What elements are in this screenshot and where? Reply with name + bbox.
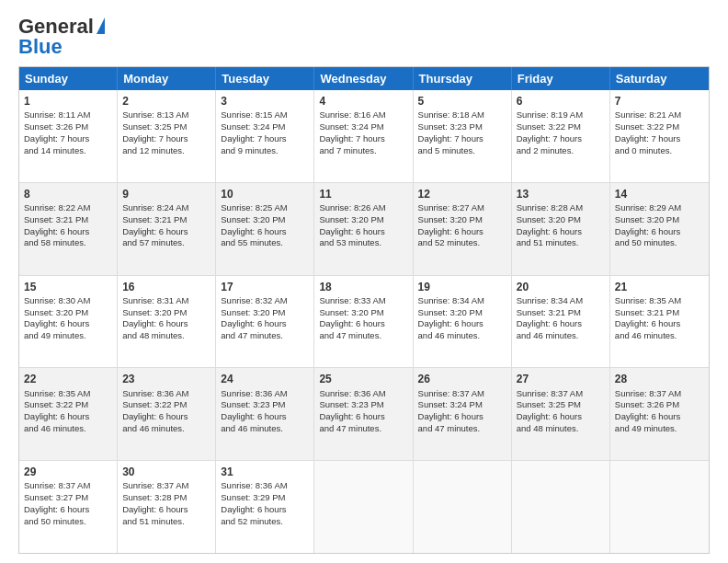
calendar-row-2: 8Sunrise: 8:22 AMSunset: 3:21 PMDaylight… (19, 183, 709, 276)
calendar-header-friday: Friday (512, 67, 610, 90)
calendar-header-tuesday: Tuesday (216, 67, 314, 90)
daylight-text: Daylight: 6 hours and 47 minutes. (319, 411, 384, 433)
calendar-cell-6: 6Sunrise: 8:19 AMSunset: 3:22 PMDaylight… (512, 90, 610, 182)
day-number: 23 (122, 372, 210, 386)
sunset-text: Sunset: 3:20 PM (221, 307, 285, 317)
calendar-header-row: SundayMondayTuesdayWednesdayThursdayFrid… (19, 67, 709, 90)
sunset-text: Sunset: 3:20 PM (319, 214, 383, 224)
calendar-cell-18: 18Sunrise: 8:33 AMSunset: 3:20 PMDayligh… (314, 276, 413, 368)
sunset-text: Sunset: 3:29 PM (221, 492, 285, 502)
day-number: 28 (615, 372, 704, 386)
day-number: 8 (24, 187, 112, 201)
sunset-text: Sunset: 3:20 PM (418, 214, 483, 224)
daylight-text: Daylight: 6 hours and 50 minutes. (615, 226, 680, 248)
sunset-text: Sunset: 3:23 PM (319, 399, 383, 409)
day-number: 29 (24, 465, 112, 479)
daylight-text: Daylight: 7 hours and 7 minutes. (319, 133, 384, 155)
sunset-text: Sunset: 3:20 PM (615, 214, 679, 224)
day-number: 18 (319, 280, 407, 294)
sunset-text: Sunset: 3:22 PM (517, 121, 581, 132)
sunset-text: Sunset: 3:20 PM (517, 214, 581, 224)
calendar-header-thursday: Thursday (414, 67, 512, 90)
sunrise-text: Sunrise: 8:36 AM (122, 388, 188, 398)
logo-triangle-icon (97, 17, 105, 34)
daylight-text: Daylight: 7 hours and 5 minutes. (418, 133, 483, 155)
daylight-text: Daylight: 6 hours and 46 minutes. (122, 411, 188, 433)
logo: General Blue (18, 15, 105, 59)
day-number: 20 (517, 280, 605, 294)
sunrise-text: Sunrise: 8:15 AM (221, 109, 287, 120)
calendar-cell-22: 22Sunrise: 8:35 AMSunset: 3:22 PMDayligh… (19, 368, 118, 460)
day-number: 9 (122, 187, 210, 201)
daylight-text: Daylight: 6 hours and 49 minutes. (24, 318, 89, 340)
sunrise-text: Sunrise: 8:30 AM (24, 295, 90, 305)
daylight-text: Daylight: 6 hours and 51 minutes. (517, 226, 582, 248)
calendar-cell-1: 1Sunrise: 8:11 AMSunset: 3:26 PMDaylight… (19, 90, 118, 182)
sunset-text: Sunset: 3:20 PM (319, 307, 383, 317)
daylight-text: Daylight: 7 hours and 14 minutes. (24, 133, 89, 155)
sunset-text: Sunset: 3:24 PM (319, 121, 383, 132)
calendar-cell-4: 4Sunrise: 8:16 AMSunset: 3:24 PMDaylight… (314, 90, 413, 182)
calendar-header-saturday: Saturday (610, 67, 709, 90)
daylight-text: Daylight: 6 hours and 48 minutes. (122, 318, 188, 340)
calendar-cell-25: 25Sunrise: 8:36 AMSunset: 3:23 PMDayligh… (314, 368, 413, 460)
daylight-text: Daylight: 6 hours and 46 minutes. (615, 318, 680, 340)
sunset-text: Sunset: 3:21 PM (24, 214, 88, 224)
sunset-text: Sunset: 3:24 PM (221, 121, 285, 132)
sunrise-text: Sunrise: 8:13 AM (122, 109, 188, 120)
daylight-text: Daylight: 6 hours and 50 minutes. (24, 504, 89, 526)
day-number: 22 (24, 372, 112, 386)
daylight-text: Daylight: 6 hours and 51 minutes. (122, 504, 188, 526)
sunset-text: Sunset: 3:25 PM (122, 121, 187, 132)
daylight-text: Daylight: 7 hours and 12 minutes. (122, 133, 188, 155)
calendar-body: 1Sunrise: 8:11 AMSunset: 3:26 PMDaylight… (19, 90, 709, 553)
calendar-cell-10: 10Sunrise: 8:25 AMSunset: 3:20 PMDayligh… (216, 183, 314, 275)
daylight-text: Daylight: 6 hours and 58 minutes. (24, 226, 89, 248)
sunrise-text: Sunrise: 8:26 AM (319, 202, 385, 213)
daylight-text: Daylight: 6 hours and 46 minutes. (418, 318, 483, 340)
daylight-text: Daylight: 6 hours and 52 minutes. (418, 226, 483, 248)
calendar-cell-7: 7Sunrise: 8:21 AMSunset: 3:22 PMDaylight… (610, 90, 709, 182)
sunrise-text: Sunrise: 8:27 AM (418, 202, 484, 213)
sunset-text: Sunset: 3:22 PM (24, 399, 88, 409)
sunrise-text: Sunrise: 8:11 AM (24, 109, 90, 120)
calendar-header-monday: Monday (118, 67, 216, 90)
calendar-cell-16: 16Sunrise: 8:31 AMSunset: 3:20 PMDayligh… (118, 276, 216, 368)
daylight-text: Daylight: 6 hours and 46 minutes. (517, 318, 582, 340)
page: General Blue SundayMondayTuesdayWednesda… (0, 0, 728, 563)
calendar-row-3: 15Sunrise: 8:30 AMSunset: 3:20 PMDayligh… (19, 276, 709, 369)
daylight-text: Daylight: 7 hours and 2 minutes. (517, 133, 582, 155)
calendar-cell-19: 19Sunrise: 8:34 AMSunset: 3:20 PMDayligh… (414, 276, 512, 368)
sunset-text: Sunset: 3:25 PM (517, 399, 581, 409)
calendar-cell-empty (512, 461, 610, 553)
calendar-cell-2: 2Sunrise: 8:13 AMSunset: 3:25 PMDaylight… (118, 90, 216, 182)
day-number: 2 (122, 94, 210, 109)
day-number: 30 (122, 465, 210, 479)
sunrise-text: Sunrise: 8:24 AM (122, 202, 188, 213)
calendar: SundayMondayTuesdayWednesdayThursdayFrid… (18, 66, 710, 554)
sunset-text: Sunset: 3:27 PM (24, 492, 88, 502)
calendar-cell-empty (414, 461, 512, 553)
sunrise-text: Sunrise: 8:37 AM (517, 388, 583, 398)
sunset-text: Sunset: 3:26 PM (24, 121, 88, 132)
sunrise-text: Sunrise: 8:35 AM (615, 295, 681, 305)
sunrise-text: Sunrise: 8:28 AM (517, 202, 583, 213)
sunset-text: Sunset: 3:21 PM (122, 214, 187, 224)
calendar-cell-21: 21Sunrise: 8:35 AMSunset: 3:21 PMDayligh… (610, 276, 709, 368)
day-number: 24 (221, 372, 309, 386)
sunset-text: Sunset: 3:23 PM (418, 121, 483, 132)
day-number: 27 (517, 372, 605, 386)
daylight-text: Daylight: 6 hours and 47 minutes. (221, 318, 286, 340)
sunrise-text: Sunrise: 8:34 AM (517, 295, 583, 305)
calendar-cell-26: 26Sunrise: 8:37 AMSunset: 3:24 PMDayligh… (414, 368, 512, 460)
daylight-text: Daylight: 6 hours and 52 minutes. (221, 504, 286, 526)
calendar-cell-17: 17Sunrise: 8:32 AMSunset: 3:20 PMDayligh… (216, 276, 314, 368)
sunrise-text: Sunrise: 8:21 AM (615, 109, 681, 120)
calendar-cell-20: 20Sunrise: 8:34 AMSunset: 3:21 PMDayligh… (512, 276, 610, 368)
calendar-cell-28: 28Sunrise: 8:37 AMSunset: 3:26 PMDayligh… (610, 368, 709, 460)
sunrise-text: Sunrise: 8:32 AM (221, 295, 287, 305)
calendar-cell-empty (314, 461, 413, 553)
sunrise-text: Sunrise: 8:37 AM (24, 480, 90, 490)
calendar-cell-15: 15Sunrise: 8:30 AMSunset: 3:20 PMDayligh… (19, 276, 118, 368)
daylight-text: Daylight: 6 hours and 49 minutes. (615, 411, 680, 433)
